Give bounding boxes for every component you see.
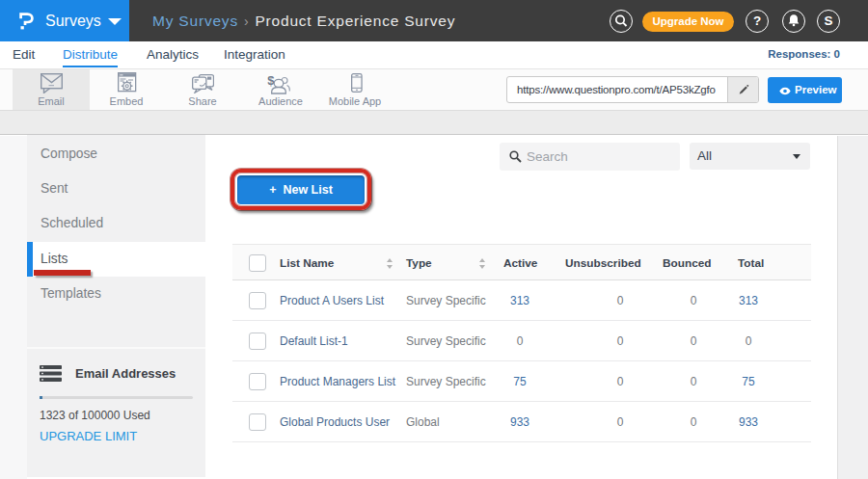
svg-text:$: $ — [267, 73, 275, 88]
